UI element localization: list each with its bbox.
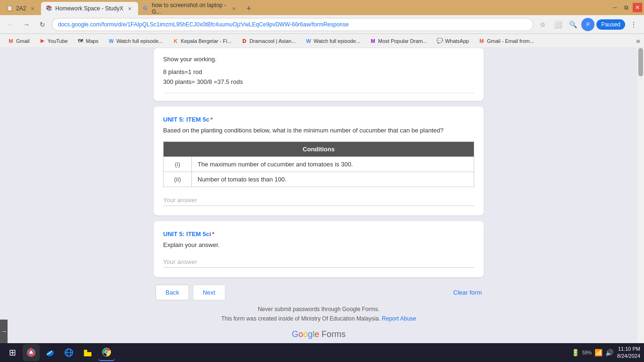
bookmark-whatsapp-label: WhatsApp — [445, 38, 469, 44]
answer-divider — [163, 93, 474, 93]
gmail-favicon: M — [8, 38, 14, 44]
next-button[interactable]: Next — [193, 285, 225, 300]
cast-icon[interactable]: ⬜ — [551, 18, 564, 31]
tab-title-studyx: Homework Space - StudyX — [55, 5, 123, 12]
date-display: 8/24/2024 — [617, 353, 640, 360]
kepala-favicon: K — [173, 38, 179, 44]
svg-rect-5 — [84, 350, 87, 352]
question2-card: UNIT 5: ITEM 5ci* Explain your answer. — [154, 221, 484, 277]
tab-close-google[interactable]: ✕ — [231, 5, 237, 12]
datetime: 11:10 PM 8/24/2024 — [617, 346, 640, 360]
maps-favicon: 🗺 — [77, 38, 84, 44]
paused-button[interactable]: Paused — [596, 19, 625, 30]
question2-required: * — [212, 230, 215, 238]
bookmark-whatsapp[interactable]: 💬 WhatsApp — [433, 37, 473, 45]
tabs-container: 📋 2A2 ✕ 📚 Homework Space - StudyX ✕ G ho… — [2, 0, 610, 15]
answer-line2: 300 plants= 300/8 =37.5 rods — [163, 77, 474, 87]
tab-favicon-2a2: 📋 — [7, 5, 13, 12]
bookmark-maps[interactable]: 🗺 Maps — [74, 37, 102, 45]
zoom-icon[interactable]: 🔍 — [566, 18, 579, 31]
taskbar-files[interactable] — [79, 344, 96, 361]
taskbar-edge[interactable] — [41, 344, 58, 361]
form-container: Show your working. 8 plants=1 rod 300 pl… — [154, 48, 484, 343]
whatsapp-favicon: 💬 — [437, 38, 443, 44]
titlebar: 📋 2A2 ✕ 📚 Homework Space - StudyX ✕ G ho… — [0, 0, 644, 15]
system-tray-icons: 🔋 59% 📶 🔊 — [571, 349, 613, 356]
clear-form-link[interactable]: Clear form — [453, 289, 482, 296]
question1-answer-input[interactable] — [163, 195, 474, 206]
show-working-label: Show your working. — [163, 56, 474, 63]
footer-created-by: This form was created inside of Ministry… — [221, 315, 380, 322]
watch1-favicon: W — [108, 38, 115, 44]
tab-close-studyx[interactable]: ✕ — [126, 5, 133, 12]
tab-favicon-studyx: 📚 — [46, 5, 52, 12]
volume-icon: 🔊 — [605, 349, 613, 356]
addressbar-icons: ☆ ⬜ 🔍 P Paused ⋮ — [536, 18, 640, 31]
close-button[interactable]: ✕ — [633, 3, 642, 12]
previous-answer-card: Show your working. 8 plants=1 rod 300 pl… — [154, 48, 484, 101]
bookmark-drama-label: Most Popular Dram... — [378, 38, 427, 44]
back-button[interactable]: ← — [4, 18, 17, 31]
menu-icon[interactable]: ⋮ — [627, 18, 640, 31]
main-content: Show your working. 8 plants=1 rod 300 pl… — [0, 48, 644, 343]
battery-icon: 🔋 — [571, 349, 579, 356]
tab-google[interactable]: G how to screenshot on laptop - G... ✕ — [138, 2, 242, 15]
bookmark-star-icon[interactable]: ☆ — [536, 18, 549, 31]
battery-percent: 59% — [582, 350, 592, 355]
bookmark-watch1[interactable]: W Watch full episode... — [104, 37, 167, 45]
bookmark-gmail2[interactable]: M Gmail - Email from... — [475, 37, 538, 45]
bookmark-youtube[interactable]: ▶ YouTube — [35, 37, 72, 45]
network-icon: 📶 — [594, 349, 603, 356]
bookmark-gmail2-label: Gmail - Email from... — [487, 38, 534, 44]
taskbar-chrome[interactable] — [23, 344, 40, 361]
address-input[interactable] — [52, 18, 533, 31]
question1-text: Based on the planting conditions below, … — [163, 126, 474, 135]
report-abuse-link[interactable]: Report Abuse — [382, 315, 416, 322]
restore-button[interactable]: ⧉ — [621, 3, 631, 12]
bookmark-watch2[interactable]: W Watch full episode... — [301, 37, 364, 45]
question1-title: UNIT 5: ITEM 5c* — [163, 116, 474, 123]
tab-close-2a2[interactable]: ✕ — [29, 5, 36, 12]
question2-text: Explain your answer. — [163, 240, 474, 250]
addressbar: ← → ↻ ☆ ⬜ 🔍 P Paused ⋮ — [0, 15, 644, 34]
start-button[interactable]: ⊞ — [4, 344, 21, 361]
question1-required: * — [210, 116, 213, 123]
watch2-favicon: W — [305, 38, 312, 44]
new-tab-button[interactable]: + — [242, 2, 255, 15]
row1-text: The maximum number of cucumber and tomat… — [192, 157, 474, 172]
bookmark-drama[interactable]: M Most Popular Dram... — [366, 37, 431, 45]
table-row: (i) The maximum number of cucumber and t… — [164, 157, 474, 172]
feedback-button[interactable]: ! — [0, 320, 8, 343]
tab-studyx[interactable]: 📚 Homework Space - StudyX ✕ — [41, 2, 138, 15]
conditions-table: Conditions (i) The maximum number of cuc… — [163, 141, 474, 187]
gmail2-favicon: M — [479, 38, 485, 44]
conditions-header: Conditions — [164, 142, 474, 157]
bookmarks-more-icon[interactable]: » — [636, 37, 640, 45]
bookmark-gmail[interactable]: M Gmail — [4, 37, 33, 45]
taskbar-ie[interactable] — [60, 344, 77, 361]
tab-title-google: how to screenshot on laptop - G... — [152, 2, 228, 15]
drama-favicon: M — [370, 38, 376, 44]
scrollbar[interactable] — [637, 48, 644, 343]
question2-title: UNIT 5: ITEM 5ci* — [163, 230, 474, 238]
scroll-thumb[interactable] — [638, 48, 643, 76]
table-row: (ii) Number of tomato less than 100. — [164, 172, 474, 187]
bookmark-kepala[interactable]: K Kepala Bergetar - Fi... — [169, 37, 236, 45]
tab-2a2[interactable]: 📋 2A2 ✕ — [2, 2, 41, 15]
time-display: 11:10 PM — [617, 346, 640, 353]
row2-index: (ii) — [164, 172, 192, 187]
youtube-favicon: ▶ — [39, 38, 46, 44]
row2-text: Number of tomato less than 100. — [192, 172, 474, 187]
bookmark-dramacool[interactable]: D Dramacool | Asian... — [237, 37, 299, 45]
taskbar-chrome-active[interactable] — [98, 344, 115, 361]
question2-answer-input[interactable] — [163, 256, 474, 268]
minimize-button[interactable]: ─ — [610, 3, 619, 12]
bookmarks-bar: M Gmail ▶ YouTube 🗺 Maps W Watch full ep… — [0, 34, 644, 48]
forward-button[interactable]: → — [20, 18, 33, 31]
forms-label: Forms — [322, 329, 346, 339]
reload-button[interactable]: ↻ — [36, 18, 49, 31]
profile-avatar[interactable]: P — [581, 18, 594, 31]
buttons-row: Back Next Clear form — [154, 285, 484, 300]
bookmark-gmail-label: Gmail — [16, 38, 30, 44]
back-button[interactable]: Back — [156, 285, 189, 300]
